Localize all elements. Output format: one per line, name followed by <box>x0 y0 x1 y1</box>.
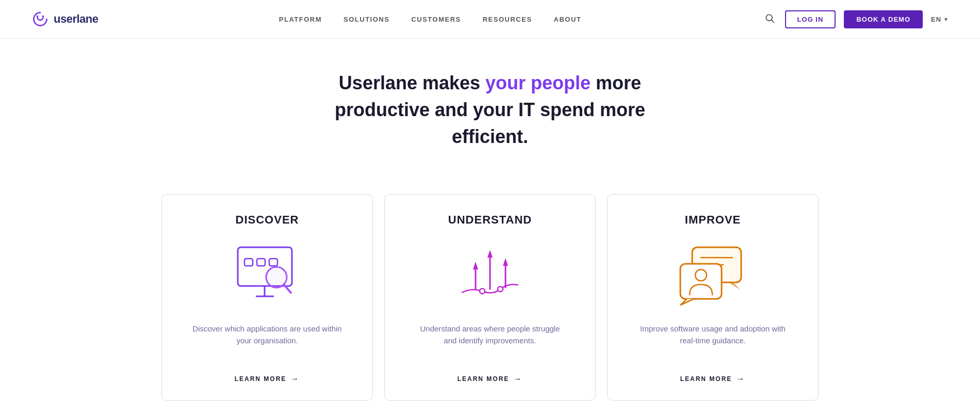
nav-item-customers[interactable]: CUSTOMERS <box>411 14 461 24</box>
svg-rect-7 <box>244 259 253 266</box>
improve-card-title: IMPROVE <box>685 213 741 227</box>
cards-section: DISCOVER Discover which applications are… <box>0 194 980 413</box>
userlane-logo-icon <box>31 10 50 28</box>
book-demo-button[interactable]: BOOK A DEMO <box>844 10 923 28</box>
improve-card: IMPROVE Improve software usage and adopt… <box>607 194 819 401</box>
svg-point-0 <box>37 15 39 18</box>
discover-card: DISCOVER Discover which applications are… <box>161 194 373 401</box>
understand-learn-more-link[interactable]: LEARN MORE → <box>458 374 523 384</box>
understand-icon-area <box>451 241 529 308</box>
hero-line1: Userlane makes <box>339 72 485 93</box>
login-button[interactable]: LOG IN <box>785 10 836 28</box>
hero-highlight: your people <box>485 72 591 93</box>
improve-card-desc: Improve software usage and adoption with… <box>635 323 790 360</box>
understand-icon <box>454 244 526 306</box>
understand-card-title: UNDERSTAND <box>448 213 532 227</box>
svg-point-13 <box>498 287 503 292</box>
svg-point-12 <box>480 289 485 294</box>
nav-item-platform[interactable]: PLATFORM <box>279 14 322 24</box>
nav-item-solutions[interactable]: SOLUTIONS <box>344 14 389 24</box>
logo-link[interactable]: userlane <box>31 10 99 28</box>
understand-card: UNDERSTAND Understand areas where people… <box>384 194 596 401</box>
improve-icon-area <box>674 241 752 308</box>
language-label: EN <box>931 15 941 23</box>
discover-learn-more-link[interactable]: LEARN MORE → <box>235 374 300 384</box>
discover-card-desc: Discover which applications are used wit… <box>190 323 345 360</box>
language-selector[interactable]: EN ▼ <box>931 15 949 23</box>
svg-point-1 <box>42 15 44 18</box>
hero-title: Userlane makes your people moreproductiv… <box>309 70 671 151</box>
understand-card-desc: Understand areas where people struggle a… <box>413 323 567 360</box>
search-icon <box>764 13 775 23</box>
svg-marker-19 <box>503 258 508 266</box>
nav-item-about[interactable]: ABOUT <box>554 14 582 24</box>
nav-actions: LOG IN BOOK A DEMO EN ▼ <box>762 10 949 28</box>
discover-icon <box>230 242 305 307</box>
hero-section: Userlane makes your people moreproductiv… <box>0 39 980 194</box>
discover-icon-area <box>228 241 306 308</box>
search-button[interactable] <box>762 11 777 28</box>
improve-icon <box>674 242 752 307</box>
svg-marker-17 <box>487 250 493 258</box>
discover-learn-more-label: LEARN MORE <box>235 375 287 383</box>
discover-card-title: DISCOVER <box>236 213 299 227</box>
logo-text: userlane <box>54 12 99 26</box>
arrow-right-icon: → <box>736 374 745 384</box>
nav-links: PLATFORM SOLUTIONS CUSTOMERS RESOURCES A… <box>279 14 582 24</box>
improve-learn-more-label: LEARN MORE <box>680 375 732 383</box>
svg-line-3 <box>771 20 774 22</box>
understand-learn-more-label: LEARN MORE <box>458 375 510 383</box>
svg-rect-9 <box>269 259 277 266</box>
arrow-right-icon: → <box>513 374 522 384</box>
improve-learn-more-link[interactable]: LEARN MORE → <box>680 374 746 384</box>
svg-rect-8 <box>257 259 265 266</box>
nav-item-resources[interactable]: RESOURCES <box>483 14 532 24</box>
navbar: userlane PLATFORM SOLUTIONS CUSTOMERS RE… <box>0 0 980 39</box>
arrow-right-icon: → <box>290 374 300 384</box>
chevron-down-icon: ▼ <box>943 17 949 22</box>
svg-marker-15 <box>473 262 478 269</box>
